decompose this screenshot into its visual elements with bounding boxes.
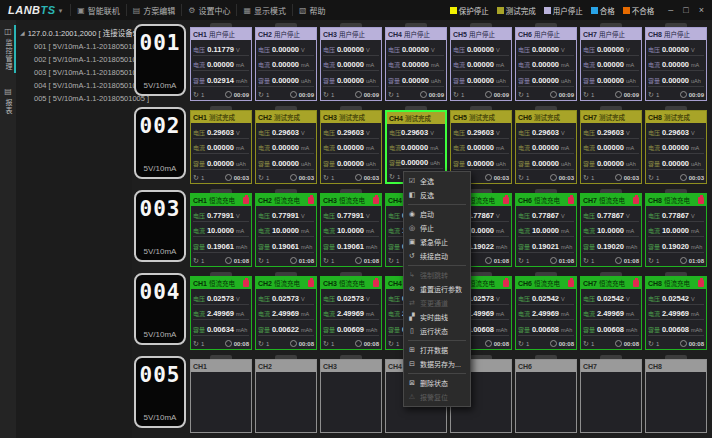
loop-icon: ↻	[193, 174, 199, 182]
tree-node-device[interactable]: 002 [ 5V/10mA-1.1-20180501002 ]	[20, 51, 132, 64]
channel-card[interactable]: CH6 恒流充电 电压 0.77867 V 电流 10.0000 mA 容量 0…	[515, 189, 577, 272]
context-menu-item[interactable]: ⇄ 变更通道	[404, 296, 470, 310]
channel-card[interactable]: CH7 用户停止 电压 0.00000 V 电流 0.00000 mA 容量 0…	[580, 23, 642, 106]
maximize-button[interactable]: □	[683, 5, 688, 15]
capacity-label: 容量	[583, 242, 595, 251]
capacity-value: 0.00000	[595, 159, 624, 168]
capacity-label: 容量	[193, 76, 205, 85]
channel-card[interactable]: CH1	[190, 355, 252, 438]
channel-card[interactable]: CH1 用户停止 电压 0.11779 V 电流 0.00000 mA 容量 0…	[190, 23, 252, 106]
context-menu-item[interactable]: ⊘ 重置运行参数	[404, 282, 470, 296]
channel-card[interactable]: CH8 恒流充电 电压 0.77867 V 电流 10.0000 mA 容量 0…	[645, 189, 707, 272]
device-display-panel[interactable]: 001 5V/10mA	[134, 24, 186, 96]
tree-node-device[interactable]: 005 [ 5V/10mA-1.1-20180501005 ]	[20, 90, 132, 103]
channel-card[interactable]: CH5 用户停止 电压 0.00000 V 电流 0.00000 mA 容量 0…	[450, 23, 512, 106]
sidebar-tab[interactable]: ◫ 监控管理	[0, 25, 16, 73]
context-menu-item[interactable]: ▞ 实时曲线	[404, 310, 470, 324]
channel-card[interactable]: CH3 用户停止 电压 0.00000 V 电流 0.00000 mA 容量 0…	[320, 23, 382, 106]
channel-card[interactable]: CH4 用户停止 电压 0.00000 V 电流 0.00000 mA 容量 0…	[385, 23, 447, 106]
context-menu-item[interactable]: ⊠ 删除状态	[404, 376, 470, 390]
channel-card[interactable]: CH3 测试完成 电压 0.29603 V 电流 0.00000 mA 容量 0…	[320, 106, 382, 189]
channel-card[interactable]: CH1 测试完成 电压 0.29603 V 电流 0.00000 mA 容量 0…	[190, 106, 252, 189]
device-display-panel[interactable]: 004 5V/10mA	[134, 273, 186, 345]
channel-name: CH6	[518, 31, 532, 38]
voltage-unit: V	[691, 296, 704, 302]
capacity-value: 0.00000	[530, 159, 559, 168]
context-menu-item[interactable]: ▯ 运行状态	[404, 324, 470, 338]
device-display-panel[interactable]: 003 5V/10mA	[134, 190, 186, 262]
channel-name: CH4	[388, 197, 402, 204]
channel-card[interactable]: CH7 恒流充电 电压 0.77867 V 电流 10.0000 mA 容量 0…	[580, 189, 642, 272]
voltage-label: 电压	[583, 128, 595, 137]
channel-card[interactable]: CH2 用户停止 电压 0.00000 V 电流 0.00000 mA 容量 0…	[255, 23, 317, 106]
menubar-item[interactable]: ▧ 帮助	[292, 4, 332, 16]
context-menu-item[interactable]: ◧ 反选	[404, 188, 470, 202]
context-menu-item[interactable]: ⚠ 报警复位	[404, 390, 470, 404]
channel-card[interactable]: CH6 用户停止 电压 0.00000 V 电流 0.00000 mA 容量 0…	[515, 23, 577, 106]
channel-card[interactable]: CH1 恒流充电 电压 0.77991 V 电流 10.0000 mA 容量 0…	[190, 189, 252, 272]
capacity-label: 容量	[583, 325, 595, 334]
channel-status: 恒流充电	[664, 195, 690, 205]
current-label: 电流	[323, 309, 335, 318]
channel-card[interactable]: CH3 恒流充电 电压 0.77991 V 电流 10.0000 mA 容量 0…	[320, 189, 382, 272]
close-button[interactable]: ×	[699, 5, 704, 15]
minimize-button[interactable]: –	[668, 5, 673, 15]
loop-count: 1	[331, 258, 334, 264]
channel-card[interactable]: CH2 测试完成 电压 0.29603 V 电流 0.00000 mA 容量 0…	[255, 106, 317, 189]
menubar-item[interactable]: ▣ 智能联机	[70, 4, 126, 16]
capacity-unit: mAh	[691, 327, 704, 333]
channel-card[interactable]: CH3	[320, 355, 382, 438]
channel-card[interactable]: CH8 测试完成 电压 0.29603 V 电流 0.00000 mA 容量 0…	[645, 106, 707, 189]
current-label: 电流	[648, 226, 660, 235]
channel-card[interactable]: CH7 测试完成 电压 0.29603 V 电流 0.00000 mA 容量 0…	[580, 106, 642, 189]
menubar-item[interactable]: ⚙ 设置中心	[181, 4, 236, 16]
context-menu-item[interactable]: ◎ 停止	[404, 221, 470, 235]
current-label: 电流	[583, 226, 595, 235]
channel-card[interactable]: CH3 恒流充电 电压 0.02573 V 电流 2.49969 mA 容量 0…	[320, 272, 382, 355]
tree-collapse-icon[interactable]: ◢	[20, 29, 25, 36]
channel-card[interactable]: CH2 恒流充电 电压 0.02573 V 电流 2.49969 mA 容量 0…	[255, 272, 317, 355]
channel-card[interactable]: CH8 用户停止 电压 0.00000 V 电流 0.00000 mA 容量 0…	[645, 23, 707, 106]
context-menu-item[interactable]: ▣ 紧急停止	[404, 235, 470, 249]
channel-card[interactable]: CH2	[255, 355, 317, 438]
clock-icon	[615, 174, 622, 181]
device-display-panel[interactable]: 002 5V/10mA	[134, 107, 186, 179]
channel-card[interactable]: CH1 恒流充电 电压 0.02573 V 电流 2.49969 mA 容量 0…	[190, 272, 252, 355]
loop-count: 1	[396, 92, 399, 98]
channel-card[interactable]: CH2 恒流充电 电压 0.77991 V 电流 10.0000 mA 容量 0…	[255, 189, 317, 272]
battery-alarm-icon	[503, 197, 509, 204]
capacity-value: 0.00000	[595, 76, 624, 85]
voltage-unit: V	[236, 47, 249, 53]
context-menu-item[interactable]: ↳ 强制跳转	[404, 268, 470, 282]
context-menu-item[interactable]: ⊟ 数据另存为...	[404, 357, 470, 371]
sidebar-tab[interactable]: ▤ 报表	[0, 85, 16, 117]
channel-card[interactable]: CH7 恒流充电 电压 0.02542 V 电流 2.49969 mA 容量 0…	[580, 272, 642, 355]
device-display-panel[interactable]: 005 5V/10mA	[134, 356, 186, 428]
menubar-item[interactable]: ▦ 显示模式	[236, 4, 292, 16]
menubar-item[interactable]: ▤ 方案编辑	[126, 4, 182, 16]
channel-card[interactable]: CH6 恒流充电 电压 0.02542 V 电流 2.49969 mA 容量 0…	[515, 272, 577, 355]
tree-node-device[interactable]: 003 [ 5V/10mA-1.1-20180501003 ]	[20, 64, 132, 77]
channel-card[interactable]: CH8	[645, 355, 707, 438]
current-label: 电流	[258, 226, 270, 235]
start-icon: ◉	[407, 210, 417, 218]
voltage-unit: V	[301, 213, 314, 219]
tree-node-device[interactable]: 004 [ 5V/10mA-1.1-20180501004 ]	[20, 77, 132, 90]
channel-card[interactable]: CH6 测试完成 电压 0.29603 V 电流 0.00000 mA 容量 0…	[515, 106, 577, 189]
context-menu-item[interactable]: ↺ 续接启动	[404, 249, 470, 263]
channel-card[interactable]: CH6	[515, 355, 577, 438]
logo-dropdown-caret-icon[interactable]: ▾	[59, 7, 63, 15]
tree-node-device[interactable]: 001 [ 5V/10mA-1.1-20180501001 ]	[20, 38, 132, 51]
battery-alarm-icon	[243, 197, 249, 204]
channel-card[interactable]: CH7	[580, 355, 642, 438]
channel-card[interactable]: CH8 恒流充电 电压 0.02542 V 电流 2.49969 mA 容量 0…	[645, 272, 707, 355]
loop-icon: ↻	[323, 174, 329, 182]
context-menu-item[interactable]: ◉ 启动	[404, 207, 470, 221]
current-unit: mA	[430, 145, 443, 151]
context-menu-item[interactable]: ⊞ 打开数据	[404, 343, 470, 357]
tree-root-node[interactable]: ◢ 127.0.0.1:2001,2000 [ 连接设备5 台 ]	[20, 27, 132, 38]
context-menu-item[interactable]: ☑ 全选	[404, 174, 470, 188]
battery-alarm-icon	[243, 280, 249, 287]
device-number-display: 001	[140, 33, 181, 54]
capacity-unit: uAh	[561, 78, 574, 84]
